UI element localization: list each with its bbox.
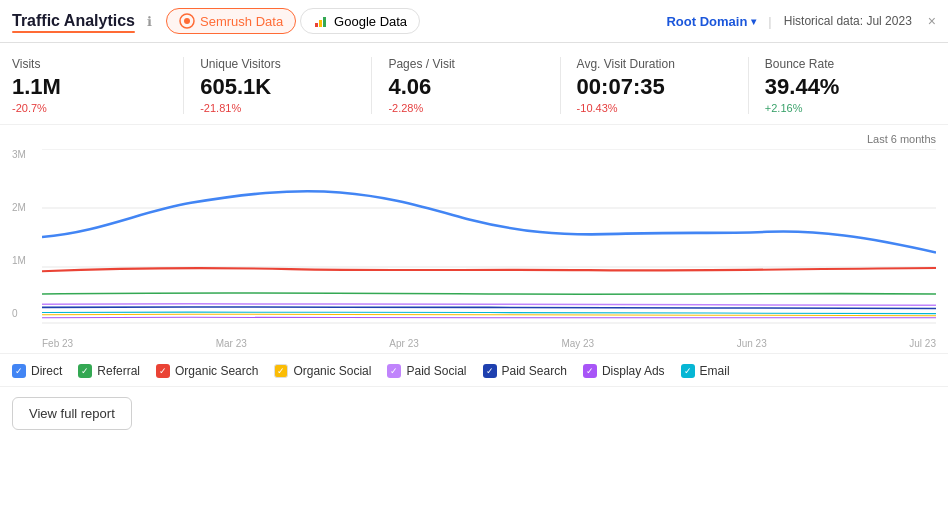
paid-search-line xyxy=(42,307,936,308)
x-label-mar: Mar 23 xyxy=(216,338,247,349)
paid-social-checkbox[interactable]: ✓ xyxy=(387,364,401,378)
metric-visits-change: -20.7% xyxy=(12,102,167,114)
metric-pv-change: -2.28% xyxy=(388,102,543,114)
chart-period-label: Last 6 months xyxy=(12,133,936,145)
metric-br-change: +2.16% xyxy=(765,102,920,114)
metric-bounce-rate: Bounce Rate 39.44% +2.16% xyxy=(765,57,936,114)
header-right: Root Domain ▾ | Historical data: Jul 202… xyxy=(666,13,936,29)
x-label-jul: Jul 23 xyxy=(909,338,936,349)
view-full-report-button[interactable]: View full report xyxy=(12,397,132,430)
chevron-down-icon: ▾ xyxy=(751,16,756,27)
y-label-3m: 3M xyxy=(12,149,42,160)
metric-pages-visit: Pages / Visit 4.06 -2.28% xyxy=(388,57,560,114)
header: Traffic Analytics ℹ Semrush Data Google … xyxy=(0,0,948,43)
legend-label-organic-social: Organic Social xyxy=(293,364,371,378)
legend-item-email[interactable]: ✓ Email xyxy=(681,364,730,378)
info-icon[interactable]: ℹ xyxy=(147,14,152,29)
semrush-data-tab[interactable]: Semrush Data xyxy=(166,8,296,34)
metric-uv-label: Unique Visitors xyxy=(200,57,355,71)
organic-social-line xyxy=(42,314,936,315)
referral-checkbox[interactable]: ✓ xyxy=(78,364,92,378)
legend-label-referral: Referral xyxy=(97,364,140,378)
metric-visits-value: 1.1M xyxy=(12,75,167,99)
historical-data-label: Historical data: Jul 2023 xyxy=(784,14,912,28)
root-domain-label: Root Domain xyxy=(666,14,747,29)
metric-visits-label: Visits xyxy=(12,57,167,71)
metric-pv-value: 4.06 xyxy=(388,75,543,99)
google-tab-label: Google Data xyxy=(334,14,407,29)
semrush-tab-label: Semrush Data xyxy=(200,14,283,29)
metric-pv-label: Pages / Visit xyxy=(388,57,543,71)
svg-rect-4 xyxy=(323,17,326,27)
referral-line xyxy=(42,293,936,294)
root-domain-selector[interactable]: Root Domain ▾ xyxy=(666,14,756,29)
direct-line xyxy=(42,191,936,252)
email-line xyxy=(42,312,936,313)
chart-area: 3M 2M 1M 0 xyxy=(12,149,936,349)
metric-br-label: Bounce Rate xyxy=(765,57,920,71)
legend-label-paid-search: Paid Search xyxy=(502,364,567,378)
legend: ✓ Direct ✓ Referral ✓ Organic Search ✓ O… xyxy=(0,353,948,386)
email-checkbox[interactable]: ✓ xyxy=(681,364,695,378)
organic-social-checkbox[interactable]: ✓ xyxy=(274,364,288,378)
metric-avd-label: Avg. Visit Duration xyxy=(577,57,732,71)
metric-unique-visitors: Unique Visitors 605.1K -21.81% xyxy=(200,57,372,114)
organic-search-line xyxy=(42,268,936,271)
x-label-apr: Apr 23 xyxy=(389,338,418,349)
legend-label-organic-search: Organic Search xyxy=(175,364,258,378)
chart-svg-wrapper xyxy=(42,149,936,325)
semrush-icon xyxy=(179,13,195,29)
google-data-tab[interactable]: Google Data xyxy=(300,8,420,34)
metric-uv-change: -21.81% xyxy=(200,102,355,114)
y-label-0: 0 xyxy=(12,308,42,319)
metrics-row: Visits 1.1M -20.7% Unique Visitors 605.1… xyxy=(0,43,948,125)
metric-avg-duration: Avg. Visit Duration 00:07:35 -10.43% xyxy=(577,57,749,114)
legend-item-display-ads[interactable]: ✓ Display Ads xyxy=(583,364,665,378)
x-label-feb: Feb 23 xyxy=(42,338,73,349)
chart-svg xyxy=(42,149,936,325)
metric-uv-value: 605.1K xyxy=(200,75,355,99)
paid-social-line xyxy=(42,304,936,305)
legend-item-referral[interactable]: ✓ Referral xyxy=(78,364,140,378)
x-axis: Feb 23 Mar 23 Apr 23 May 23 Jun 23 Jul 2… xyxy=(42,325,936,349)
legend-label-email: Email xyxy=(700,364,730,378)
metric-avd-change: -10.43% xyxy=(577,102,732,114)
svg-point-1 xyxy=(184,18,190,24)
metric-br-value: 39.44% xyxy=(765,75,920,99)
paid-search-checkbox[interactable]: ✓ xyxy=(483,364,497,378)
legend-label-display-ads: Display Ads xyxy=(602,364,665,378)
legend-item-direct[interactable]: ✓ Direct xyxy=(12,364,62,378)
y-axis: 3M 2M 1M 0 xyxy=(12,149,42,319)
legend-label-paid-social: Paid Social xyxy=(406,364,466,378)
app-title: Traffic Analytics xyxy=(12,12,135,30)
x-label-may: May 23 xyxy=(561,338,594,349)
legend-item-paid-search[interactable]: ✓ Paid Search xyxy=(483,364,567,378)
organic-search-checkbox[interactable]: ✓ xyxy=(156,364,170,378)
direct-checkbox[interactable]: ✓ xyxy=(12,364,26,378)
metric-visits: Visits 1.1M -20.7% xyxy=(12,57,184,114)
y-label-1m: 1M xyxy=(12,255,42,266)
svg-rect-3 xyxy=(319,20,322,27)
legend-item-organic-social[interactable]: ✓ Organic Social xyxy=(274,364,371,378)
legend-item-paid-social[interactable]: ✓ Paid Social xyxy=(387,364,466,378)
legend-label-direct: Direct xyxy=(31,364,62,378)
metric-avd-value: 00:07:35 xyxy=(577,75,732,99)
svg-rect-2 xyxy=(315,23,318,27)
legend-item-organic-search[interactable]: ✓ Organic Search xyxy=(156,364,258,378)
footer: View full report xyxy=(0,386,948,446)
close-icon[interactable]: × xyxy=(928,13,936,29)
chart-container: Last 6 months 3M 2M 1M 0 xyxy=(0,125,948,353)
x-label-jun: Jun 23 xyxy=(737,338,767,349)
y-label-2m: 2M xyxy=(12,202,42,213)
data-tabs: Semrush Data Google Data xyxy=(166,8,420,34)
display-ads-checkbox[interactable]: ✓ xyxy=(583,364,597,378)
google-icon xyxy=(313,13,329,29)
